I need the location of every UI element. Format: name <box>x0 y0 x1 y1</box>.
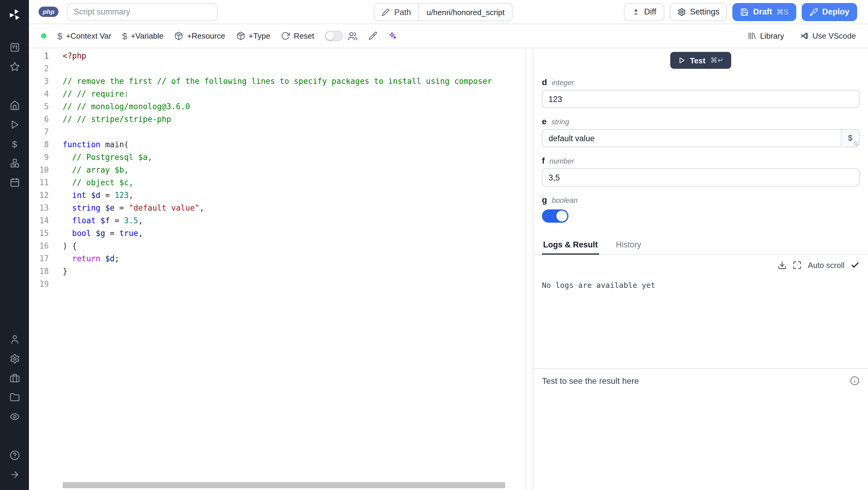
reset-label: Reset <box>294 31 314 40</box>
logs-empty-message: No logs are available yet <box>542 281 860 290</box>
kanban-icon <box>9 42 20 52</box>
use-vscode-label: Use VScode <box>812 31 856 40</box>
sidebar-item-workers[interactable] <box>4 368 25 387</box>
dollar-icon: $ <box>122 31 127 40</box>
draft-label: Draft <box>753 7 772 16</box>
result-section: Test to see the result here <box>533 368 868 490</box>
toggle-knob <box>556 211 567 222</box>
add-context-var-label: +Context Var <box>66 31 112 40</box>
add-context-var-button[interactable]: $ +Context Var <box>57 31 111 40</box>
sidebar-item-folders[interactable] <box>4 387 25 407</box>
brush-icon <box>369 31 378 40</box>
editor-toolbar: $ +Context Var $ +Variable +Resource +Ty… <box>29 24 868 48</box>
download-icon[interactable] <box>778 261 787 270</box>
add-variable-label: +Variable <box>131 31 164 40</box>
info-icon[interactable] <box>850 376 860 385</box>
rocket-icon <box>809 7 818 16</box>
sidebar-item-home[interactable] <box>4 95 25 115</box>
sidebar-item-users[interactable] <box>4 329 25 349</box>
diff-label: Diff <box>644 7 656 16</box>
result-placeholder: Test to see the result here <box>542 376 639 385</box>
multiplayer-toggle[interactable] <box>325 31 343 41</box>
users-icon <box>348 31 358 41</box>
star-icon <box>9 61 20 71</box>
check-icon[interactable] <box>850 261 860 270</box>
test-label: Test <box>690 56 706 65</box>
format-code-button[interactable] <box>369 31 378 40</box>
sidebar-item-audit[interactable] <box>4 407 25 426</box>
field-f: f number <box>542 147 860 186</box>
gear-icon <box>677 7 686 16</box>
sidebar-item-help[interactable] <box>4 445 25 465</box>
sparkles-icon <box>389 31 398 40</box>
diff-icon <box>631 7 640 16</box>
tab-history[interactable]: History <box>615 237 643 255</box>
sidebar-item-kanban[interactable] <box>4 37 25 57</box>
add-resource-button[interactable]: +Resource <box>175 31 225 40</box>
field-d-input[interactable] <box>542 90 860 108</box>
play-icon <box>9 119 20 129</box>
path-control[interactable]: Path u/henri/honored_script <box>374 3 513 21</box>
save-icon <box>741 7 749 16</box>
sidebar-item-favorites[interactable] <box>4 57 25 76</box>
resize-handle[interactable] <box>854 141 858 146</box>
help-icon <box>9 450 20 460</box>
script-summary-input[interactable] <box>67 3 218 21</box>
field-f-input[interactable] <box>542 168 860 186</box>
library-button[interactable]: Library <box>747 31 784 40</box>
windmill-logo[interactable] <box>4 5 25 24</box>
multiplayer-group <box>325 31 358 41</box>
diff-button[interactable]: Diff <box>624 3 664 21</box>
sidebar-item-schedules[interactable] <box>4 173 25 192</box>
sidebar-item-variables[interactable]: $ <box>4 134 25 153</box>
ai-assistant-button[interactable] <box>389 31 398 40</box>
package-icon <box>175 31 184 40</box>
deploy-label: Deploy <box>822 7 849 16</box>
sidebar-item-runs[interactable] <box>4 115 25 134</box>
logs-section: Auto scroll No logs are available yet <box>542 255 860 368</box>
maximize-icon[interactable] <box>793 261 802 270</box>
dollar-icon: $ <box>57 31 62 40</box>
field-name: d <box>542 77 547 87</box>
code-lines: <?php // remove the first // of the foll… <box>57 50 492 490</box>
pencil-icon <box>381 8 390 16</box>
add-variable-button[interactable]: $ +Variable <box>122 31 163 40</box>
boxes-icon <box>9 158 20 168</box>
field-g-toggle[interactable] <box>542 209 568 223</box>
draft-button[interactable]: Draft ⌘S <box>733 3 796 21</box>
calendar-icon <box>9 177 20 188</box>
library-label: Library <box>760 31 784 40</box>
horizontal-scrollbar-thumb[interactable] <box>63 482 505 488</box>
path-label: Path <box>394 7 411 17</box>
add-type-button[interactable]: +Type <box>236 31 270 40</box>
deploy-button[interactable]: Deploy <box>802 3 857 21</box>
use-vscode-button[interactable]: Use VScode <box>800 31 856 40</box>
test-button[interactable]: Test ⌘↵ <box>670 52 732 69</box>
path-edit: Path <box>374 4 418 21</box>
field-g: g boolean <box>542 186 860 223</box>
arrow-right-icon <box>9 469 20 480</box>
field-type: string <box>552 118 569 126</box>
line-numbers: 12345678910111213141516171819 <box>29 50 57 490</box>
run-panel: Test ⌘↵ d integer e string <box>533 48 868 490</box>
panel-resizer[interactable] <box>526 48 533 490</box>
field-name: f <box>542 156 545 165</box>
refresh-icon <box>281 31 290 40</box>
auto-scroll-label[interactable]: Auto scroll <box>808 261 844 270</box>
test-shortcut: ⌘↵ <box>710 56 724 64</box>
field-e-input[interactable] <box>542 129 860 147</box>
field-type: integer <box>552 79 574 87</box>
settings-label: Settings <box>690 7 719 16</box>
sidebar-expand-button[interactable] <box>4 465 25 484</box>
folder-icon <box>9 392 20 402</box>
library-icon <box>747 31 756 40</box>
settings-button[interactable]: Settings <box>670 3 727 21</box>
reset-button[interactable]: Reset <box>281 31 314 40</box>
user-icon <box>9 334 20 344</box>
result-tabs: Logs & Result History <box>533 237 868 255</box>
code-editor[interactable]: 12345678910111213141516171819 <?php // r… <box>29 48 526 490</box>
sidebar-item-resources[interactable] <box>4 153 25 173</box>
tab-logs-result[interactable]: Logs & Result <box>542 237 599 255</box>
status-dot <box>41 33 46 39</box>
sidebar-item-settings[interactable] <box>4 349 25 368</box>
